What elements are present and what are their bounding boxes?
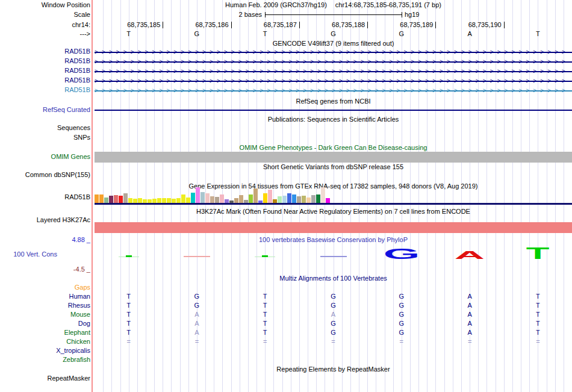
gene-strand-arrows: >>>>>>>>>>>>>>>>>>>>>>>>>>>>>>>>>>>>>>>>…	[95, 67, 572, 76]
species-label[interactable]: Mouse	[0, 311, 90, 319]
gtex-gene-label[interactable]: RAD51B	[0, 193, 90, 201]
track-title-publications[interactable]: Publications: Sequences in Scientific Ar…	[95, 116, 572, 123]
reference-base: T	[258, 30, 272, 38]
gtex-bar	[167, 198, 171, 203]
refseq-gene-line[interactable]	[95, 110, 572, 111]
chromosome-label: chr14:	[0, 21, 90, 29]
gene-row[interactable]: >>>>>>>>>>>>>>>>>>>>>>>>>>>>>>>>>>>>>>>>…	[95, 57, 572, 67]
gene-strand-arrows: >>>>>>>>>>>>>>>>>>>>>>>>>>>>>>>>>>>>>>>>…	[95, 86, 572, 96]
alignment-base: T	[258, 320, 272, 328]
omim-gene-bar[interactable]	[95, 152, 572, 163]
snps-label[interactable]: SNPs	[0, 134, 90, 142]
gene-row[interactable]: >>>>>>>>>>>>>>>>>>>>>>>>>>>>>>>>>>>>>>>>…	[95, 76, 572, 86]
alignment-base: =	[122, 338, 136, 346]
gtex-bar	[104, 198, 108, 203]
gtex-bar	[205, 193, 210, 203]
gene-label[interactable]: RAD51B	[0, 86, 90, 94]
scale-assembly: hg19	[405, 11, 419, 18]
gene-label[interactable]: RAD51B	[0, 48, 90, 55]
alignment-base: A	[190, 311, 204, 319]
gtex-bar	[162, 198, 166, 203]
gtex-bar	[114, 195, 118, 203]
assembly-title: Human Feb. 2009 (GRCh37/hg19)	[225, 1, 327, 8]
gtex-bar	[268, 190, 272, 203]
alignment-base: =	[258, 338, 272, 346]
gtex-bar	[196, 187, 200, 203]
gtex-bar	[326, 198, 330, 203]
gene-row[interactable]: >>>>>>>>>>>>>>>>>>>>>>>>>>>>>>>>>>>>>>>>…	[95, 67, 572, 76]
conservation-max-value: 4.88 _	[0, 236, 90, 244]
gene-row[interactable]: >>>>>>>>>>>>>>>>>>>>>>>>>>>>>>>>>>>>>>>>…	[95, 48, 572, 57]
species-label[interactable]: Rhesus	[0, 302, 90, 310]
common-dbsnp-label[interactable]: Common dbSNP(155)	[0, 171, 90, 179]
gtex-bar	[302, 196, 306, 203]
gtex-bar	[278, 196, 282, 203]
refseq-curated-label[interactable]: RefSeq Curated	[0, 106, 90, 114]
species-label[interactable]: Dog	[0, 320, 90, 328]
track-title-multiz[interactable]: Multiz Alignments of 100 Vertebrates	[95, 275, 572, 282]
gene-row[interactable]: >>>>>>>>>>>>>>>>>>>>>>>>>>>>>>>>>>>>>>>>…	[95, 86, 572, 96]
repeatmasker-label[interactable]: RepeatMasker	[0, 375, 90, 382]
alignment-base: T	[122, 293, 136, 300]
alignment-base: G	[326, 329, 341, 337]
alignment-base: A	[462, 302, 477, 310]
species-label[interactable]: Chicken	[0, 338, 90, 346]
reference-base: G	[394, 30, 409, 38]
label-track-divider	[92, 0, 93, 392]
alignment-base: =	[326, 338, 341, 346]
species-label[interactable]: X_tropicalis	[0, 347, 90, 355]
gtex-bar	[138, 198, 142, 203]
alignment-base: T	[122, 329, 136, 337]
gtex-bar	[133, 199, 137, 203]
gtex-baseline	[95, 203, 572, 205]
species-label[interactable]: Human	[0, 293, 90, 300]
alignment-base: G	[190, 302, 204, 310]
alignment-base: =	[394, 338, 409, 346]
alignment-base: T	[530, 302, 545, 310]
alignment-base: G	[394, 329, 409, 337]
gtex-bar	[99, 194, 104, 203]
layered-h3k27ac-label[interactable]: Layered H3K27Ac	[0, 216, 90, 224]
gtex-bar	[220, 194, 224, 203]
track-title-conservation[interactable]: 100 vertebrates Basewise Conservation by…	[95, 236, 572, 244]
gtex-bar	[123, 193, 128, 203]
position-label: 68,735,185	[109, 21, 160, 28]
gtex-bar	[210, 196, 214, 203]
track-title-refseq[interactable]: RefSeq genes from NCBI	[95, 98, 572, 105]
alignment-base: G	[394, 293, 409, 300]
gtex-bar	[181, 194, 185, 203]
scale-value: 2 bases	[209, 11, 262, 18]
gtex-bar	[253, 188, 258, 203]
species-label[interactable]: Elephant	[0, 329, 90, 337]
reference-base: A	[462, 30, 477, 38]
track-title-dbsnp[interactable]: Short Genetic Variants from dbSNP releas…	[95, 163, 572, 171]
alignment-base: G	[326, 320, 341, 328]
track-title-gencode[interactable]: GENCODE V49lift37 (9 items filtered out)	[95, 40, 572, 48]
species-label[interactable]: Zebrafish	[0, 356, 90, 364]
gene-label[interactable]: RAD51B	[0, 67, 90, 75]
track-title-omim[interactable]: OMIM Gene Phenotypes - Dark Green Can Be…	[95, 144, 572, 152]
omim-genes-label[interactable]: OMIM Genes	[0, 153, 90, 161]
gtex-bar	[191, 193, 195, 203]
track-title-gtex[interactable]: Gene Expression in 54 tissues from GTEx …	[95, 182, 572, 190]
alignment-base: G	[326, 302, 341, 310]
sequences-label[interactable]: Sequences	[0, 124, 90, 132]
gene-label[interactable]: RAD51B	[0, 57, 90, 65]
position-tick	[299, 22, 300, 28]
window-position-label: Window Position	[0, 1, 90, 9]
h3k27ac-signal-bar[interactable]	[95, 222, 572, 233]
species-label[interactable]: Gaps	[0, 284, 90, 291]
conservation-track-label[interactable]: 100 Vert. Cons	[0, 250, 57, 258]
strand-direction-label: --->	[0, 30, 90, 38]
alignment-base: A	[462, 320, 477, 328]
alignment-base: G	[190, 293, 204, 300]
gene-label[interactable]: RAD51B	[0, 76, 90, 84]
conservation-line	[184, 256, 210, 257]
alignment-base: T	[530, 311, 545, 319]
conservation-tick	[126, 255, 132, 257]
track-title-h3k27ac[interactable]: H3K27Ac Mark (Often Found Near Active Re…	[95, 208, 572, 216]
position-tick	[504, 22, 505, 28]
gtex-bar	[292, 194, 296, 203]
alignment-base: G	[394, 311, 409, 319]
track-title-repeatmasker[interactable]: Repeating Elements by RepeatMasker	[95, 366, 572, 373]
